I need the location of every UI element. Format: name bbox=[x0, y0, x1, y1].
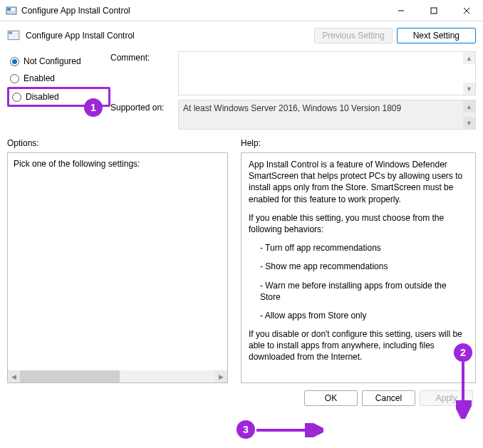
help-paragraph: If you disable or don't configure this s… bbox=[249, 328, 468, 363]
comment-label: Comment: bbox=[110, 51, 178, 95]
window-title: Configure App Install Control bbox=[21, 6, 385, 16]
help-bullet: - Warn me before installing apps from ou… bbox=[249, 280, 468, 303]
help-label: Help: bbox=[241, 138, 476, 148]
comment-textarea[interactable]: ▲ ▼ bbox=[178, 51, 476, 95]
radio-label: Not Configured bbox=[24, 56, 81, 66]
scroll-up-icon[interactable]: ▲ bbox=[463, 100, 475, 113]
close-button[interactable] bbox=[450, 0, 483, 21]
scroll-down-icon[interactable]: ▼ bbox=[463, 117, 475, 129]
maximize-button[interactable] bbox=[417, 0, 450, 21]
scroll-right-icon[interactable]: ▶ bbox=[215, 370, 227, 382]
header-label: Configure App Install Control bbox=[26, 31, 310, 41]
header-row: Configure App Install Control Previous S… bbox=[0, 21, 483, 47]
svg-rect-4 bbox=[431, 8, 437, 14]
previous-setting-button[interactable]: Previous Setting bbox=[314, 28, 392, 43]
supported-on-box: At least Windows Server 2016, Windows 10… bbox=[178, 100, 476, 130]
annotation-badge-3: 3 bbox=[237, 420, 255, 439]
radio-not-configured[interactable]: Not Configured bbox=[7, 53, 110, 70]
cancel-button[interactable]: Cancel bbox=[362, 390, 415, 406]
app-icon bbox=[6, 5, 17, 16]
options-scrollbar[interactable]: ◀ ▶ bbox=[8, 370, 227, 382]
radio-label: Enabled bbox=[24, 73, 55, 83]
ok-button[interactable]: OK bbox=[304, 390, 358, 406]
help-bullet: - Show me app recommendations bbox=[249, 261, 468, 272]
radio-indicator-icon bbox=[10, 74, 19, 83]
help-paragraph: App Install Control is a feature of Wind… bbox=[249, 159, 468, 205]
annotation-arrow-3 bbox=[255, 423, 323, 437]
svg-rect-2 bbox=[11, 8, 15, 11]
radio-indicator-icon bbox=[12, 93, 21, 102]
radio-label: Disabled bbox=[26, 92, 59, 102]
svg-rect-1 bbox=[7, 8, 11, 11]
scroll-down-icon[interactable]: ▼ bbox=[463, 83, 475, 95]
title-bar: Configure App Install Control bbox=[0, 0, 483, 21]
annotation-badge-1: 1 bbox=[84, 98, 103, 117]
svg-rect-9 bbox=[13, 31, 18, 33]
scroll-up-icon[interactable]: ▲ bbox=[463, 52, 475, 64]
scroll-left-icon[interactable]: ◀ bbox=[8, 370, 20, 382]
minimize-button[interactable] bbox=[385, 0, 417, 21]
apply-button[interactable]: Apply bbox=[420, 390, 473, 406]
svg-rect-8 bbox=[9, 31, 12, 33]
state-radio-group: Not Configured Enabled Disabled bbox=[7, 51, 110, 130]
options-label: Options: bbox=[7, 138, 228, 148]
help-paragraph: If you enable this setting, you must cho… bbox=[249, 212, 468, 235]
help-bullet: - Turn off app recommendations bbox=[249, 242, 468, 254]
radio-enabled[interactable]: Enabled bbox=[7, 70, 110, 87]
options-panel: Pick one of the following settings: ◀ ▶ bbox=[7, 152, 228, 383]
dialog-button-row: OK Cancel Apply bbox=[0, 383, 483, 413]
supported-value: At least Windows Server 2016, Windows 10… bbox=[183, 103, 401, 113]
help-panel: App Install Control is a feature of Wind… bbox=[241, 152, 476, 383]
help-bullet: - Allow apps from Store only bbox=[249, 310, 468, 321]
radio-indicator-icon bbox=[10, 57, 19, 66]
supported-label: Supported on: bbox=[110, 100, 178, 130]
scroll-thumb[interactable] bbox=[20, 370, 120, 382]
options-text: Pick one of the following settings: bbox=[14, 159, 140, 169]
policy-icon bbox=[7, 29, 20, 42]
annotation-badge-2: 2 bbox=[454, 343, 472, 362]
next-setting-button[interactable]: Next Setting bbox=[397, 28, 476, 43]
